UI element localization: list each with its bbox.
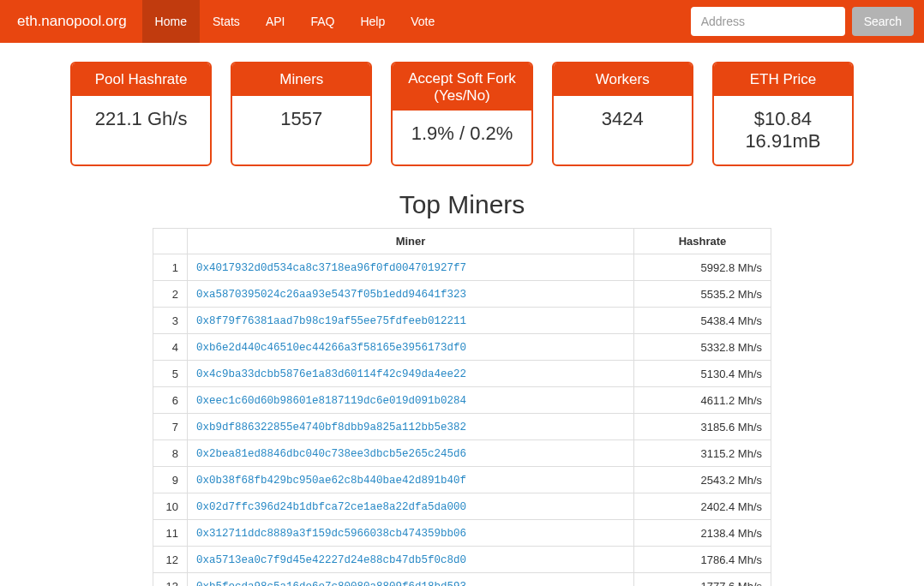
miner-link[interactable]: 0xb9df886322855e4740bf8dbb9a825a112bb5e3… bbox=[196, 422, 466, 434]
miner-link[interactable]: 0xa5870395024c26aa93e5437f05b1edd94641f3… bbox=[196, 289, 466, 301]
cell-miner: 0xa5713ea0c7f9d45e42227d24e88cb47db5f0c8… bbox=[188, 547, 634, 573]
miner-link[interactable]: 0x312711ddc8889a3f159dc5966038cb474359bb… bbox=[196, 528, 466, 540]
cell-rank: 8 bbox=[153, 440, 188, 467]
miner-link[interactable]: 0x2bea81ed8846dbc040c738ee3dbcb5e265c245… bbox=[196, 448, 466, 460]
cell-rank: 5 bbox=[153, 361, 188, 387]
cell-rank: 9 bbox=[153, 467, 188, 493]
cell-rank: 3 bbox=[153, 308, 188, 334]
miner-link[interactable]: 0x0b38f68fb429bc950ae62c8b440bae42d891b4… bbox=[196, 475, 466, 487]
stat-label: Miners bbox=[232, 63, 370, 96]
stat-value: 1557 bbox=[232, 96, 370, 142]
table-row: 100x02d7ffc396d24b1dbfca72ce1ae8a22dfa5d… bbox=[153, 493, 771, 520]
stat-value: 1.9% / 0.2% bbox=[393, 111, 531, 157]
nav-item-help[interactable]: Help bbox=[347, 0, 398, 43]
stat-card: Workers3424 bbox=[552, 62, 693, 166]
stat-value: $10.84 16.91mB bbox=[714, 96, 852, 164]
miner-link[interactable]: 0xb6e2d440c46510ec44266a3f58165e3956173d… bbox=[196, 342, 466, 354]
cell-rank: 7 bbox=[153, 414, 188, 440]
cell-hashrate: 5332.8 Mh/s bbox=[634, 334, 771, 361]
cell-miner: 0x2bea81ed8846dbc040c738ee3dbcb5e265c245… bbox=[188, 440, 634, 467]
miner-link[interactable]: 0xeec1c60d60b98601e8187119dc6e019d091b02… bbox=[196, 395, 466, 407]
cell-rank: 12 bbox=[153, 547, 188, 573]
cell-miner: 0x0b38f68fb429bc950ae62c8b440bae42d891b4… bbox=[188, 467, 634, 493]
nav-item-home[interactable]: Home bbox=[142, 0, 200, 43]
stats-row: Pool Hashrate221.1 Gh/sMiners1557Accept … bbox=[0, 43, 924, 175]
cell-rank: 6 bbox=[153, 387, 188, 414]
cell-hashrate: 2402.4 Mh/s bbox=[634, 493, 771, 520]
table-row: 10x4017932d0d534ca8c3718ea96f0fd00470192… bbox=[153, 254, 771, 281]
stat-value: 221.1 Gh/s bbox=[72, 96, 210, 142]
col-rank bbox=[153, 229, 188, 254]
cell-hashrate: 5535.2 Mh/s bbox=[634, 281, 771, 308]
cell-miner: 0x4c9ba33dcbb5876e1a83d60114f42c949da4ee… bbox=[188, 361, 634, 387]
cell-miner: 0x4017932d0d534ca8c3718ea96f0fd004701927… bbox=[188, 254, 634, 281]
cell-hashrate: 1786.4 Mh/s bbox=[634, 547, 771, 573]
top-miners-table-wrap: Miner Hashrate 10x4017932d0d534ca8c3718e… bbox=[0, 228, 924, 586]
stat-card: Accept Soft Fork (Yes/No)1.9% / 0.2% bbox=[391, 62, 532, 166]
nav-item-vote[interactable]: Vote bbox=[398, 0, 447, 43]
cell-miner: 0xa5870395024c26aa93e5437f05b1edd94641f3… bbox=[188, 281, 634, 308]
stat-label: Accept Soft Fork (Yes/No) bbox=[393, 63, 531, 111]
stat-card: Pool Hashrate221.1 Gh/s bbox=[70, 62, 212, 166]
cell-hashrate: 2138.4 Mh/s bbox=[634, 520, 771, 547]
nav-item-api[interactable]: API bbox=[253, 0, 298, 43]
stat-label: ETH Price bbox=[714, 63, 852, 96]
search-button[interactable]: Search bbox=[852, 7, 914, 36]
stat-label: Pool Hashrate bbox=[72, 63, 210, 96]
cell-hashrate: 4611.2 Mh/s bbox=[634, 387, 771, 414]
cell-hashrate: 1777.6 Mh/s bbox=[634, 573, 771, 587]
miner-link[interactable]: 0xa5713ea0c7f9d45e42227d24e88cb47db5f0c8… bbox=[196, 554, 466, 566]
cell-rank: 4 bbox=[153, 334, 188, 361]
stat-card: ETH Price$10.84 16.91mB bbox=[712, 62, 854, 166]
cell-miner: 0x312711ddc8889a3f159dc5966038cb474359bb… bbox=[188, 520, 634, 547]
table-header-row: Miner Hashrate bbox=[153, 229, 771, 254]
section-title: Top Miners bbox=[0, 190, 924, 219]
table-row: 60xeec1c60d60b98601e8187119dc6e019d091b0… bbox=[153, 387, 771, 414]
cell-rank: 10 bbox=[153, 493, 188, 520]
cell-miner: 0x8f79f76381aad7b98c19af55ee75fdfeeb0122… bbox=[188, 308, 634, 334]
table-row: 50x4c9ba33dcbb5876e1a83d60114f42c949da4e… bbox=[153, 361, 771, 387]
table-row: 130xb5fecda98c5a16de6e7c80080a8809f6d18b… bbox=[153, 573, 771, 587]
col-miner: Miner bbox=[188, 229, 634, 254]
miner-link[interactable]: 0x02d7ffc396d24b1dbfca72ce1ae8a22dfa5da0… bbox=[196, 501, 466, 513]
cell-miner: 0xb6e2d440c46510ec44266a3f58165e3956173d… bbox=[188, 334, 634, 361]
stat-label: Workers bbox=[554, 63, 692, 96]
cell-hashrate: 3185.6 Mh/s bbox=[634, 414, 771, 440]
miner-link[interactable]: 0x8f79f76381aad7b98c19af55ee75fdfeeb0122… bbox=[196, 315, 466, 327]
cell-hashrate: 5130.4 Mh/s bbox=[634, 361, 771, 387]
cell-miner: 0xeec1c60d60b98601e8187119dc6e019d091b02… bbox=[188, 387, 634, 414]
table-row: 120xa5713ea0c7f9d45e42227d24e88cb47db5f0… bbox=[153, 547, 771, 573]
stat-card: Miners1557 bbox=[231, 62, 372, 166]
cell-rank: 11 bbox=[153, 520, 188, 547]
cell-miner: 0xb9df886322855e4740bf8dbb9a825a112bb5e3… bbox=[188, 414, 634, 440]
cell-rank: 13 bbox=[153, 573, 188, 587]
cell-miner: 0xb5fecda98c5a16de6e7c80080a8809f6d18bd5… bbox=[188, 573, 634, 587]
miner-link[interactable]: 0xb5fecda98c5a16de6e7c80080a8809f6d18bd5… bbox=[196, 581, 466, 586]
table-row: 70xb9df886322855e4740bf8dbb9a825a112bb5e… bbox=[153, 414, 771, 440]
miner-link[interactable]: 0x4017932d0d534ca8c3718ea96f0fd004701927… bbox=[196, 262, 466, 274]
table-row: 90x0b38f68fb429bc950ae62c8b440bae42d891b… bbox=[153, 467, 771, 493]
table-row: 20xa5870395024c26aa93e5437f05b1edd94641f… bbox=[153, 281, 771, 308]
cell-hashrate: 5992.8 Mh/s bbox=[634, 254, 771, 281]
nav-item-stats[interactable]: Stats bbox=[200, 0, 253, 43]
navbar: eth.nanopool.org HomeStatsAPIFAQHelpVote… bbox=[0, 0, 924, 43]
cell-hashrate: 3115.2 Mh/s bbox=[634, 440, 771, 467]
col-hashrate: Hashrate bbox=[634, 229, 771, 254]
table-row: 110x312711ddc8889a3f159dc5966038cb474359… bbox=[153, 520, 771, 547]
top-miners-table: Miner Hashrate 10x4017932d0d534ca8c3718e… bbox=[153, 228, 771, 586]
nav-item-faq[interactable]: FAQ bbox=[297, 0, 347, 43]
table-row: 40xb6e2d440c46510ec44266a3f58165e3956173… bbox=[153, 334, 771, 361]
stat-value: 3424 bbox=[554, 96, 692, 142]
address-input[interactable] bbox=[691, 7, 845, 36]
brand[interactable]: eth.nanopool.org bbox=[17, 13, 127, 30]
cell-hashrate: 5438.4 Mh/s bbox=[634, 308, 771, 334]
miner-link[interactable]: 0x4c9ba33dcbb5876e1a83d60114f42c949da4ee… bbox=[196, 368, 466, 380]
cell-hashrate: 2543.2 Mh/s bbox=[634, 467, 771, 493]
table-row: 80x2bea81ed8846dbc040c738ee3dbcb5e265c24… bbox=[153, 440, 771, 467]
cell-rank: 1 bbox=[153, 254, 188, 281]
cell-rank: 2 bbox=[153, 281, 188, 308]
table-row: 30x8f79f76381aad7b98c19af55ee75fdfeeb012… bbox=[153, 308, 771, 334]
cell-miner: 0x02d7ffc396d24b1dbfca72ce1ae8a22dfa5da0… bbox=[188, 493, 634, 520]
